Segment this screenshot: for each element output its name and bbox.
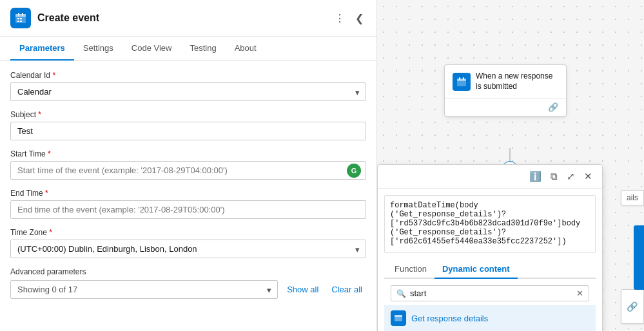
info-button[interactable]: ℹ️ <box>526 169 545 184</box>
advanced-controls: Showing 0 of 17 Show all Clear all <box>10 280 366 299</box>
show-all-button[interactable]: Show all <box>283 282 322 297</box>
popup-toolbar: ℹ️ ⧉ ⤢ ✕ <box>378 165 602 189</box>
time-zone-select[interactable]: (UTC+00:00) Dublin, Edinburgh, Lisbon, L… <box>10 240 366 258</box>
start-time-input[interactable] <box>10 161 366 180</box>
trigger-node-header: When a new response is submitted <box>445 65 566 98</box>
start-time-wrapper: G <box>10 161 366 180</box>
time-zone-label: Time Zone <box>10 228 366 237</box>
calendar-id-group: Calendar Id Calendar <box>10 71 366 101</box>
time-zone-group: Time Zone (UTC+00:00) Dublin, Edinburgh,… <box>10 228 366 258</box>
tab-code-view[interactable]: Code View <box>122 37 181 61</box>
svg-rect-5 <box>20 18 22 19</box>
expand-button[interactable]: ⤢ <box>563 169 578 184</box>
calendar-id-label: Calendar Id <box>10 71 366 80</box>
copy-button[interactable]: ⧉ <box>547 169 561 184</box>
svg-rect-10 <box>459 77 460 80</box>
svg-rect-4 <box>17 18 19 19</box>
panel-title: Create event <box>37 12 99 24</box>
start-time-label: Start Time <box>10 149 366 158</box>
end-time-label: End Time <box>10 189 366 198</box>
expression-popup: ℹ️ ⧉ ⤢ ✕ formatDateTime(body ('Get_respo… <box>377 164 603 331</box>
blue-action-panel <box>634 225 644 290</box>
trigger-node-footer: 🔗 <box>445 98 566 116</box>
trigger-node-text: When a new response is submitted <box>476 71 552 91</box>
right-label-actions: 🔗 <box>621 289 644 324</box>
grammarly-icon: G <box>347 164 361 178</box>
svg-rect-6 <box>17 21 19 22</box>
panel-header: Create event ⋮ ❮ <box>0 0 376 37</box>
popup-tab-function[interactable]: Function <box>387 260 434 279</box>
popup-tab-dynamic-content[interactable]: Dynamic content <box>434 260 518 279</box>
close-icon: ✕ <box>584 171 592 182</box>
advanced-select-wrapper: Showing 0 of 17 <box>10 280 278 299</box>
expression-textarea[interactable]: formatDateTime(body ('Get_response_detai… <box>384 195 596 253</box>
svg-rect-1 <box>15 14 26 17</box>
svg-rect-13 <box>395 315 402 317</box>
svg-rect-3 <box>22 13 23 15</box>
link-icon: 🔗 <box>548 102 558 112</box>
subject-group: Subject <box>10 110 366 140</box>
left-panel: Create event ⋮ ❮ Parameters Settings Cod… <box>0 0 377 331</box>
tab-settings[interactable]: Settings <box>74 37 122 61</box>
end-time-input[interactable] <box>10 200 366 219</box>
tab-bar: Parameters Settings Code View Testing Ab… <box>0 37 376 61</box>
right-label-details: ails <box>621 190 644 205</box>
subject-input[interactable] <box>10 122 366 140</box>
form-content: Calendar Id Calendar Subject Start Time … <box>0 61 376 331</box>
trigger-app-icon <box>453 73 471 91</box>
search-icon: 🔍 <box>396 289 406 298</box>
tab-about[interactable]: About <box>226 37 266 61</box>
search-clear-button[interactable]: ✕ <box>576 288 583 298</box>
svg-rect-11 <box>463 77 464 80</box>
expand-icon: ⤢ <box>567 171 575 182</box>
more-icon: ⋮ <box>335 12 345 24</box>
result-item-icon <box>391 310 406 326</box>
close-popup-button[interactable]: ✕ <box>581 169 596 184</box>
time-zone-select-wrapper: (UTC+00:00) Dublin, Edinburgh, Lisbon, L… <box>10 240 366 258</box>
header-left: Create event <box>10 8 99 28</box>
end-time-group: End Time <box>10 189 366 219</box>
header-actions: ⋮ ❮ <box>332 10 366 27</box>
svg-rect-2 <box>18 13 19 15</box>
link-chain-icon: 🔗 <box>627 301 638 312</box>
search-box: 🔍 ✕ <box>391 285 589 301</box>
info-icon: ℹ️ <box>529 171 542 182</box>
calendar-id-select[interactable]: Calendar <box>10 82 366 101</box>
connector-line <box>509 148 511 161</box>
start-time-group: Start Time G <box>10 149 366 180</box>
tab-parameters[interactable]: Parameters <box>10 37 74 61</box>
more-options-button[interactable]: ⋮ <box>332 10 347 27</box>
app-icon <box>10 8 31 28</box>
popup-content: formatDateTime(body ('Get_response_detai… <box>378 189 602 331</box>
clear-all-button[interactable]: Clear all <box>327 282 366 297</box>
collapse-panel-button[interactable]: ❮ <box>353 10 366 27</box>
canvas-panel: When a new response is submitted 🔗 + ℹ️ … <box>377 0 644 331</box>
advanced-label: Advanced parameters <box>10 267 366 276</box>
subject-label: Subject <box>10 110 366 119</box>
trigger-node[interactable]: When a new response is submitted 🔗 <box>444 64 567 117</box>
copy-icon: ⧉ <box>551 171 558 182</box>
svg-rect-7 <box>20 21 22 22</box>
advanced-params-select[interactable]: Showing 0 of 17 <box>10 280 278 299</box>
calendar-id-select-wrapper: Calendar <box>10 82 366 101</box>
collapse-icon: ❮ <box>355 12 364 24</box>
advanced-section: Advanced parameters Showing 0 of 17 Show… <box>10 267 366 299</box>
result-item-get-response-details[interactable]: Get response details <box>384 305 596 331</box>
svg-rect-9 <box>457 79 466 81</box>
popup-tab-bar: Function Dynamic content <box>384 260 596 279</box>
tab-testing[interactable]: Testing <box>181 37 225 61</box>
search-input[interactable] <box>410 288 572 298</box>
result-item-label: Get response details <box>411 314 488 323</box>
